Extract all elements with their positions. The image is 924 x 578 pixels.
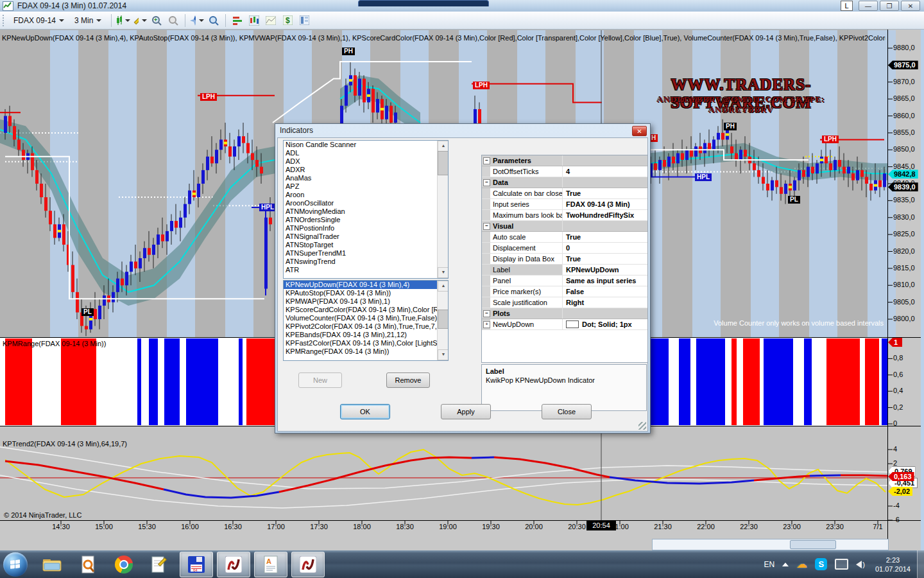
property-value[interactable]: TwoHundredFiftySix bbox=[563, 210, 647, 220]
taskbar-floppy-app-button[interactable]: 64 bbox=[180, 552, 213, 577]
show-desktop-button[interactable] bbox=[917, 550, 924, 578]
available-indicator-item[interactable]: Nison Candle Scanner bbox=[284, 141, 437, 149]
selected-indicator-item[interactable]: KPMWAP(FDAX 09-14 (3 Min),1) bbox=[284, 297, 437, 306]
collapse-icon[interactable]: − bbox=[483, 157, 490, 164]
property-value[interactable]: FDAX 09-14 (3 Min) bbox=[563, 199, 647, 209]
collapse-icon[interactable]: − bbox=[483, 179, 490, 186]
available-indicator-item[interactable]: ATNswingTrend bbox=[284, 258, 437, 266]
selected-indicator-item[interactable]: KPEBands(FDAX 09-14 (3 Min),21,12) bbox=[284, 331, 437, 339]
selected-indicator-item[interactable]: KPPivot2Color(FDAX 09-14 (3 Min),True,Tr… bbox=[284, 322, 437, 331]
chart-image-button[interactable] bbox=[264, 14, 278, 27]
selected-list-scrollbar[interactable]: ▲ ▼ bbox=[437, 281, 448, 360]
available-indicator-item[interactable]: ATNStopTarget bbox=[284, 241, 437, 249]
selected-indicator-item[interactable]: KPScoreCardColor(FDAX 09-14 (3 Min),Colo… bbox=[284, 306, 437, 314]
property-value[interactable]: Dot; Solid; 1px bbox=[563, 319, 647, 329]
scroll-down-icon[interactable]: ▼ bbox=[438, 349, 449, 360]
chart-window-button[interactable] bbox=[247, 14, 261, 27]
scrollbar-thumb[interactable] bbox=[790, 540, 836, 549]
property-row-auto-scale[interactable]: Auto scaleTrue bbox=[482, 232, 647, 243]
background-window-titlebar[interactable] bbox=[358, 0, 489, 6]
available-indicator-item[interactable]: AnaMas bbox=[284, 174, 437, 182]
chart-style-button[interactable] bbox=[116, 14, 130, 27]
selected-indicator-item[interactable]: KPAutoStop(FDAX 09-14 (3 Min)) bbox=[284, 289, 437, 297]
property-section-parameters[interactable]: −Parameters bbox=[482, 155, 647, 166]
volume-tray-icon[interactable]: ) bbox=[856, 561, 865, 568]
ok-button[interactable]: OK bbox=[340, 404, 390, 419]
taskbar-ninjatrader-button[interactable] bbox=[217, 552, 250, 577]
selected-indicator-item[interactable]: KPMRange(FDAX 09-14 (3 Min)) bbox=[284, 347, 437, 356]
minimize-button[interactable]: — bbox=[859, 1, 878, 11]
available-indicator-item[interactable]: ATNMovingMedian bbox=[284, 207, 437, 216]
toolbar-grip[interactable] bbox=[3, 15, 6, 26]
link-button[interactable]: L bbox=[841, 1, 853, 11]
dialog-close-button[interactable]: ✕ bbox=[632, 126, 647, 136]
collapse-icon[interactable]: − bbox=[483, 310, 490, 317]
scroll-up-icon[interactable]: ▲ bbox=[438, 141, 449, 152]
property-row-display-in-data-box[interactable]: Display in Data BoxTrue bbox=[482, 254, 647, 265]
tray-expand-button[interactable] bbox=[782, 563, 789, 566]
available-indicator-item[interactable]: APZ bbox=[284, 182, 437, 191]
property-value[interactable]: True bbox=[563, 188, 647, 198]
language-indicator[interactable]: EN bbox=[764, 560, 775, 569]
cloud-tray-icon[interactable]: ☁ bbox=[796, 557, 807, 571]
property-row-maximum-bars-look-back[interactable]: Maximum bars look backTwoHundredFiftySix bbox=[482, 210, 647, 221]
taskbar-chrome-button[interactable] bbox=[108, 552, 140, 577]
property-row-displacement[interactable]: Displacement0 bbox=[482, 243, 647, 254]
horizontal-scrollbar[interactable] bbox=[652, 539, 889, 550]
zoom-out-button[interactable] bbox=[166, 14, 180, 27]
taskbar-explorer-button[interactable] bbox=[36, 552, 68, 577]
available-indicator-item[interactable]: Aroon bbox=[284, 191, 437, 199]
property-section-visual[interactable]: −Visual bbox=[482, 221, 647, 232]
restore-button[interactable]: ❐ bbox=[880, 1, 899, 11]
property-value[interactable]: True bbox=[563, 232, 647, 242]
property-row-scale-justification[interactable]: Scale justificationRight bbox=[482, 297, 647, 308]
taskbar-clock[interactable]: 2:23 01.07.2014 bbox=[875, 556, 911, 574]
available-indicator-item[interactable]: ATR bbox=[284, 266, 437, 274]
property-row-panel[interactable]: PanelSame as input series bbox=[482, 276, 647, 286]
property-row-price-marker-s-[interactable]: Price marker(s)False bbox=[482, 286, 647, 297]
selected-indicator-item[interactable]: VolumeCounter(FDAX 09-14 (3 Min),True,Fa… bbox=[284, 314, 437, 322]
expand-icon[interactable]: + bbox=[483, 321, 490, 328]
network-tray-icon[interactable] bbox=[835, 559, 848, 570]
interval-dropdown[interactable]: 3 Min bbox=[71, 14, 105, 27]
property-section-plots[interactable]: −Plots bbox=[482, 308, 647, 319]
dialog-resize-grip[interactable] bbox=[638, 422, 646, 430]
close-button[interactable]: Close bbox=[542, 404, 592, 419]
taskbar-document-button[interactable]: A bbox=[254, 552, 287, 577]
zoom-in-button[interactable]: + bbox=[150, 14, 164, 27]
property-row-label[interactable]: LabelKPNewUpDown bbox=[482, 265, 647, 276]
property-value[interactable]: True bbox=[563, 254, 647, 264]
scroll-down-icon[interactable]: ▼ bbox=[438, 267, 449, 278]
property-value[interactable]: False bbox=[563, 286, 647, 297]
available-indicator-item[interactable]: AroonOscillator bbox=[284, 199, 437, 207]
property-row-dotoffsetticks[interactable]: DotOffsetTicks4 bbox=[482, 166, 647, 177]
available-indicator-item[interactable]: ATNPostionInfo bbox=[284, 224, 437, 232]
available-indicator-item[interactable]: ATNSignalTrader bbox=[284, 232, 437, 241]
start-button[interactable] bbox=[3, 552, 28, 577]
property-value[interactable]: Same as input series bbox=[563, 276, 647, 286]
available-indicator-item[interactable]: ATNOrdersSingle bbox=[284, 216, 437, 224]
collapse-icon[interactable]: − bbox=[483, 223, 490, 230]
selected-indicators-list[interactable]: KPNewUpDown(FDAX 09-14 (3 Min),4)KPAutoS… bbox=[283, 280, 449, 361]
property-row-calculate-on-bar-close[interactable]: Calculate on bar closeTrue bbox=[482, 188, 647, 199]
property-value[interactable]: 0 bbox=[563, 243, 647, 253]
scrollbar-thumb[interactable] bbox=[438, 310, 449, 329]
property-value[interactable]: KPNewUpDown bbox=[563, 265, 647, 275]
account-button[interactable]: $ bbox=[280, 14, 295, 27]
taskbar-ninjatrader-button-2[interactable] bbox=[291, 552, 325, 577]
new-button[interactable]: New bbox=[298, 372, 342, 388]
property-value[interactable]: Right bbox=[563, 297, 647, 308]
data-box-button[interactable] bbox=[207, 14, 221, 27]
scroll-up-icon[interactable]: ▲ bbox=[438, 281, 449, 292]
property-value[interactable]: 4 bbox=[563, 166, 647, 177]
available-list-scrollbar[interactable]: ▲ ▼ bbox=[437, 141, 448, 278]
plot-color-swatch[interactable] bbox=[566, 320, 579, 328]
property-row-input-series[interactable]: Input seriesFDAX 09-14 (3 Min) bbox=[482, 199, 647, 210]
taskbar-search-button[interactable] bbox=[72, 552, 104, 577]
indicator-properties-grid[interactable]: −ParametersDotOffsetTicks4−DataCalculate… bbox=[481, 155, 648, 363]
available-indicator-item[interactable]: ADL bbox=[284, 149, 437, 157]
close-button[interactable]: ✕ bbox=[901, 1, 920, 11]
property-section-data[interactable]: −Data bbox=[482, 177, 647, 188]
columns-button[interactable] bbox=[297, 14, 311, 27]
taskbar-notepad-button[interactable] bbox=[144, 552, 176, 577]
